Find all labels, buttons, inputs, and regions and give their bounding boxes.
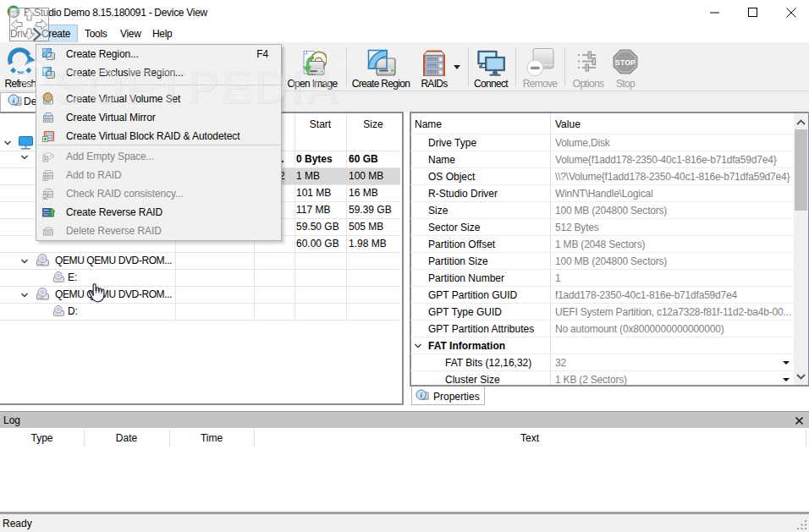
svg-text:STOP: STOP (615, 58, 636, 67)
